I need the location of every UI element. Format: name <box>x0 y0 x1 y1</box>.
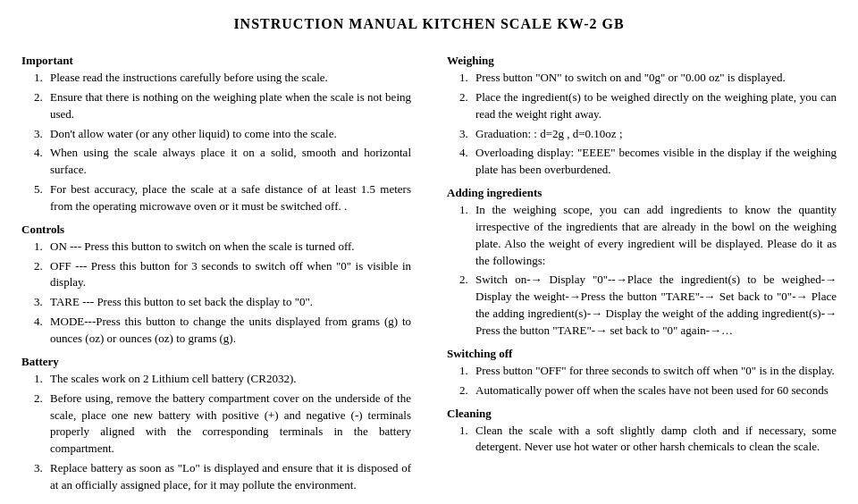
list-item: 1. Press button "ON" to switch on and "0… <box>459 70 837 87</box>
list-item: 2. Place the ingredient(s) to be weighed… <box>459 89 837 123</box>
controls-section: Controls 1. ON --- Press this button to … <box>21 223 411 348</box>
list-item: 1. Please read the instructions carefull… <box>34 70 411 87</box>
battery-section: Battery 1. The scales work on 2 Lithium … <box>21 355 411 494</box>
list-item: 1. ON --- Press this button to switch on… <box>34 239 411 256</box>
list-item: 2. Switch on-→ Display "0"--→Place the i… <box>459 272 837 339</box>
list-item: 4. When using the scale always place it … <box>34 145 411 179</box>
important-heading: Important <box>21 54 411 68</box>
switching-heading: Switching off <box>447 347 837 361</box>
list-item: 3. Graduation: : d=2g , d=0.10oz ; <box>459 126 837 143</box>
cleaning-section: Cleaning 1. Clean the scale with a soft … <box>447 407 837 457</box>
adding-heading: Adding ingredients <box>447 186 837 200</box>
list-item: 3. Don't allow water (or any other liqui… <box>34 126 411 143</box>
switching-section: Switching off 1. Press button "OFF" for … <box>447 347 837 399</box>
list-item: 5. For best accuracy, place the scale at… <box>34 181 411 215</box>
battery-heading: Battery <box>21 355 411 369</box>
list-item: 2. Ensure that there is nothing on the w… <box>34 89 411 123</box>
weighing-section: Weighing 1. Press button "ON" to switch … <box>447 54 837 179</box>
list-item: 2. OFF --- Press this button for 3 secon… <box>34 258 411 292</box>
list-item: 4. MODE---Press this button to change th… <box>34 314 411 348</box>
important-section: Important 1. Please read the instruction… <box>21 54 411 215</box>
list-item: 1. In the weighing scope, you can add in… <box>459 202 837 269</box>
list-item: 4. Overloading display: "EEEE" becomes v… <box>459 145 837 179</box>
list-item: 2. Before using, remove the battery comp… <box>34 391 411 458</box>
controls-heading: Controls <box>21 223 411 237</box>
list-item: 2. Automatically power off when the scal… <box>459 382 837 399</box>
list-item: 3. Replace battery as soon as "Lo" is di… <box>34 460 411 494</box>
page-title: INSTRUCTION MANUAL KITCHEN SCALE KW-2 GB <box>21 16 837 32</box>
list-item: 1. Press button "OFF" for three seconds … <box>459 363 837 380</box>
list-item: 1. Clean the scale with a soft slightly … <box>459 423 837 457</box>
weighing-heading: Weighing <box>447 54 837 68</box>
adding-section: Adding ingredients 1. In the weighing sc… <box>447 186 837 340</box>
cleaning-heading: Cleaning <box>447 407 837 421</box>
list-item: 1. The scales work on 2 Lithium cell bat… <box>34 371 411 388</box>
list-item: 3. TARE --- Press this button to set bac… <box>34 294 411 311</box>
